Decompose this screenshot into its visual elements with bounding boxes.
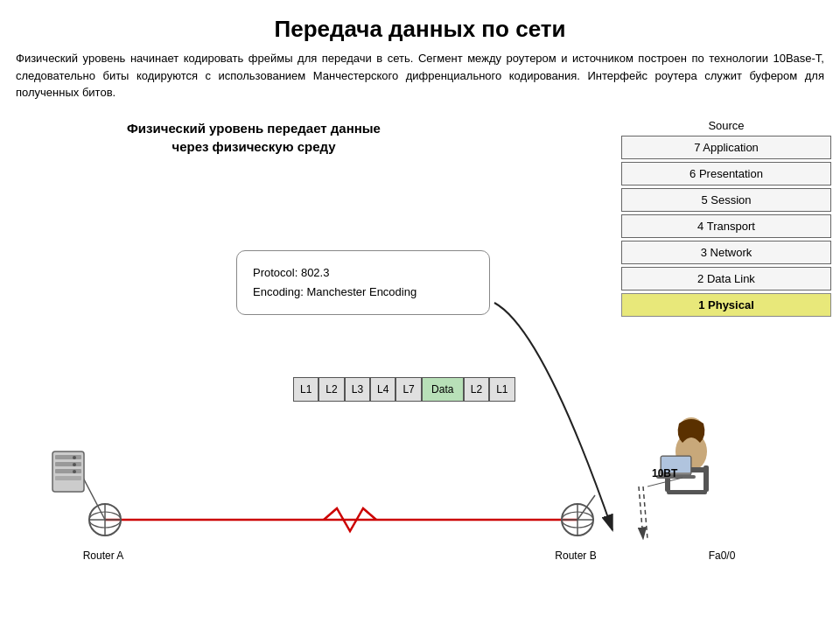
svg-point-22 (562, 512, 593, 528)
svg-point-19 (562, 504, 593, 536)
svg-point-14 (73, 470, 76, 473)
osi-source-label: Source (621, 119, 831, 132)
osi-layer-session: 5 Session (621, 188, 831, 212)
svg-point-18 (89, 512, 121, 528)
svg-line-4 (578, 495, 595, 520)
router-b-label: Router B (550, 550, 602, 562)
svg-point-23 (676, 432, 707, 471)
svg-line-5 (639, 486, 643, 539)
page-title: Передача данных по сети (0, 0, 840, 50)
frame-cell-l2-right: L2 (464, 377, 489, 402)
frame-cell-l3: L3 (345, 377, 370, 402)
svg-rect-9 (55, 462, 81, 466)
speed-label: 10BT (652, 467, 677, 480)
svg-point-15 (89, 504, 121, 536)
svg-rect-25 (674, 467, 709, 472)
svg-rect-7 (52, 452, 84, 492)
svg-rect-8 (55, 455, 81, 459)
info-box: Protocol: 802.3 Encoding: Manchester Enc… (236, 250, 490, 315)
svg-rect-27 (704, 466, 709, 492)
frame-cell-l2-left: L2 (318, 377, 344, 402)
main-diagram-area: Физический уровень передает данные через… (0, 110, 840, 600)
main-label-line1: Физический уровень передает данные (127, 121, 381, 136)
svg-point-24 (679, 417, 704, 442)
svg-rect-10 (55, 469, 81, 473)
svg-point-13 (73, 463, 76, 466)
frame-cell-l1-left: L1 (293, 377, 318, 402)
svg-line-6 (643, 486, 648, 539)
fa00-label: Fa0/0 (700, 550, 744, 562)
svg-rect-28 (667, 490, 707, 494)
frame-cell-l4: L4 (370, 377, 396, 402)
frame-cell-l1-right: L1 (489, 377, 514, 402)
main-label: Физический уровень передает данные через… (122, 119, 385, 156)
info-line2: Encoding: Manchester Encoding (253, 283, 473, 302)
svg-line-3 (83, 478, 105, 520)
osi-layer-network: 3 Network (621, 241, 831, 264)
frame-cell-l7: L7 (396, 377, 421, 402)
description-text: Физический уровень начинает кодировать ф… (0, 50, 840, 110)
svg-rect-11 (55, 476, 81, 480)
osi-panel: Source 7 Application 6 Presentation 5 Se… (621, 119, 831, 319)
osi-layer-application: 7 Application (621, 136, 831, 159)
osi-layer-presentation: 6 Presentation (621, 162, 831, 186)
osi-layer-physical: 1 Physical (621, 293, 831, 317)
main-label-line2: через физическую среду (172, 139, 335, 154)
router-a-label: Router A (77, 550, 130, 562)
osi-layer-datalink: 2 Data Link (621, 267, 831, 290)
frame-cell-data: Data (422, 377, 464, 402)
osi-layer-transport: 4 Transport (621, 214, 831, 238)
svg-point-12 (73, 456, 76, 459)
data-frame-strip: L1 L2 L3 L4 L7 Data L2 L1 (293, 377, 515, 402)
info-line1: Protocol: 802.3 (253, 263, 473, 283)
